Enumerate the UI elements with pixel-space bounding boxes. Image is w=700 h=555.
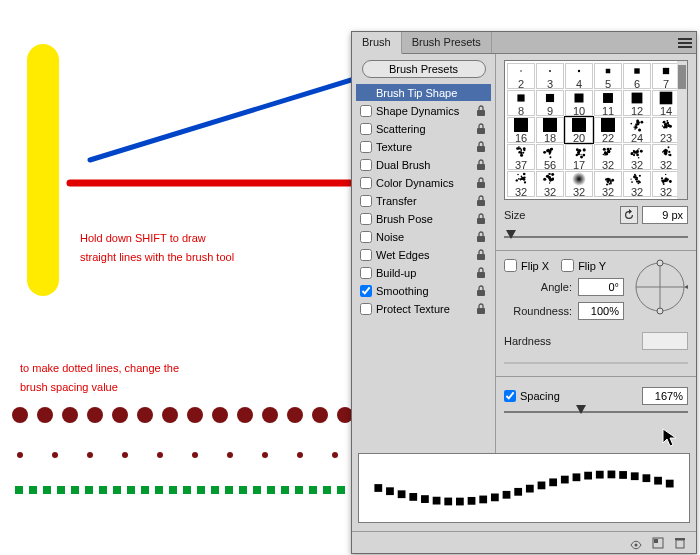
svg-point-20 — [122, 452, 128, 458]
brush-thumb-2[interactable]: 2 — [507, 63, 535, 89]
brush-thumb-32[interactable]: 32 — [536, 171, 564, 197]
flyout-menu-icon[interactable] — [674, 32, 696, 53]
option-checkbox[interactable] — [360, 303, 372, 315]
brush-thumb-4[interactable]: 4 — [565, 63, 593, 89]
option-texture[interactable]: Texture — [356, 138, 491, 155]
lock-icon[interactable] — [475, 267, 487, 279]
reset-size-icon[interactable] — [620, 206, 638, 224]
option-checkbox[interactable] — [360, 159, 372, 171]
brush-thumb-17[interactable]: 17 — [565, 144, 593, 170]
brush-thumb-32[interactable]: 32 — [652, 171, 680, 197]
size-slider[interactable] — [504, 230, 688, 244]
option-build-up[interactable]: Build-up — [356, 264, 491, 281]
option-scattering[interactable]: Scattering — [356, 120, 491, 137]
option-checkbox[interactable] — [360, 249, 372, 261]
brush-thumb-12[interactable]: 12 — [623, 90, 651, 116]
brush-thumb-18[interactable]: 18 — [536, 117, 564, 143]
trash-icon[interactable] — [672, 535, 688, 551]
lock-icon[interactable] — [475, 123, 487, 135]
lock-icon[interactable] — [475, 303, 487, 315]
svg-point-112 — [551, 148, 553, 150]
svg-point-197 — [548, 173, 550, 175]
brush-thumb-32[interactable]: 32 — [507, 171, 535, 197]
lock-icon[interactable] — [475, 231, 487, 243]
brush-thumb-22[interactable]: 22 — [594, 117, 622, 143]
option-transfer[interactable]: Transfer — [356, 192, 491, 209]
svg-rect-37 — [477, 218, 485, 224]
brush-thumb-24[interactable]: 24 — [623, 117, 651, 143]
option-checkbox[interactable] — [360, 267, 372, 279]
option-checkbox[interactable] — [360, 285, 372, 297]
lock-icon[interactable] — [475, 285, 487, 297]
svg-point-26 — [332, 452, 338, 458]
brush-thumb-32[interactable]: 32 — [623, 144, 651, 170]
spacing-input[interactable] — [642, 387, 688, 405]
angle-input[interactable] — [578, 278, 624, 296]
lock-icon[interactable] — [475, 195, 487, 207]
option-checkbox[interactable] — [360, 123, 372, 135]
size-input[interactable] — [642, 206, 688, 224]
flipx-checkbox[interactable]: Flip X — [504, 259, 549, 272]
svg-point-7 — [112, 407, 128, 423]
option-protect-texture[interactable]: Protect Texture — [356, 300, 491, 317]
new-brush-icon[interactable] — [650, 535, 666, 551]
brush-thumb-32[interactable]: 32 — [623, 171, 651, 197]
option-brush-tip-shape[interactable]: Brush Tip Shape — [356, 84, 491, 101]
brush-thumb-56[interactable]: 56 — [536, 144, 564, 170]
brush-thumb-16[interactable]: 16 — [507, 117, 535, 143]
option-checkbox[interactable] — [360, 105, 372, 117]
option-color-dynamics[interactable]: Color Dynamics — [356, 174, 491, 191]
brush-thumb-37[interactable]: 37 — [507, 144, 535, 170]
option-checkbox[interactable] — [360, 177, 372, 189]
brush-thumb-9[interactable]: 9 — [536, 90, 564, 116]
brush-thumb-32[interactable]: 32 — [594, 144, 622, 170]
tab-brush[interactable]: Brush — [352, 32, 402, 54]
brush-thumb-20[interactable]: 20 — [565, 117, 593, 143]
brush-thumb-3[interactable]: 3 — [536, 63, 564, 89]
option-checkbox[interactable] — [360, 231, 372, 243]
lock-icon[interactable] — [475, 141, 487, 153]
angle-dial[interactable] — [632, 259, 688, 315]
spacing-checkbox[interactable] — [504, 390, 516, 402]
brush-thumb-11[interactable]: 11 — [594, 90, 622, 116]
svg-point-141 — [605, 152, 607, 154]
tab-brush-presets[interactable]: Brush Presets — [402, 32, 492, 53]
brush-thumb-6[interactable]: 6 — [623, 63, 651, 89]
brush-thumb-10[interactable]: 10 — [565, 90, 593, 116]
roundness-input[interactable] — [578, 302, 624, 320]
option-brush-pose[interactable]: Brush Pose — [356, 210, 491, 227]
brush-thumb-7[interactable]: 7 — [652, 63, 680, 89]
brush-thumb-32[interactable]: 32 — [565, 171, 593, 197]
thumbnail-scrollbar[interactable] — [677, 61, 687, 199]
brush-presets-button[interactable]: Brush Presets — [362, 60, 486, 78]
option-checkbox[interactable] — [360, 195, 372, 207]
brush-thumb-32[interactable]: 32 — [594, 171, 622, 197]
svg-rect-261 — [526, 485, 534, 493]
option-shape-dynamics[interactable]: Shape Dynamics — [356, 102, 491, 119]
option-checkbox[interactable] — [360, 141, 372, 153]
option-checkbox[interactable] — [360, 213, 372, 225]
brush-thumb-23[interactable]: 23 — [652, 117, 680, 143]
option-noise[interactable]: Noise — [356, 228, 491, 245]
brush-thumb-5[interactable]: 5 — [594, 63, 622, 89]
svg-point-44 — [549, 70, 551, 72]
toggle-preview-icon[interactable] — [628, 535, 644, 551]
brush-thumbnail-grid[interactable]: 2345678910111214161820222423375617323232… — [504, 60, 688, 200]
lock-icon[interactable] — [475, 213, 487, 225]
option-smoothing[interactable]: Smoothing — [356, 282, 491, 299]
brush-thumb-8[interactable]: 8 — [507, 90, 535, 116]
flipy-checkbox[interactable]: Flip Y — [561, 259, 606, 272]
option-wet-edges[interactable]: Wet Edges — [356, 246, 491, 263]
svg-point-61 — [640, 121, 643, 124]
svg-rect-38 — [477, 236, 485, 242]
svg-rect-266 — [584, 472, 592, 480]
lock-icon[interactable] — [475, 177, 487, 189]
lock-icon[interactable] — [475, 249, 487, 261]
brush-thumb-14[interactable]: 14 — [652, 90, 680, 116]
option-dual-brush[interactable]: Dual Brush — [356, 156, 491, 173]
lock-icon[interactable] — [475, 105, 487, 117]
brush-thumb-32[interactable]: 32 — [652, 144, 680, 170]
svg-rect-51 — [575, 94, 584, 103]
spacing-slider[interactable] — [504, 405, 688, 419]
lock-icon[interactable] — [475, 159, 487, 171]
